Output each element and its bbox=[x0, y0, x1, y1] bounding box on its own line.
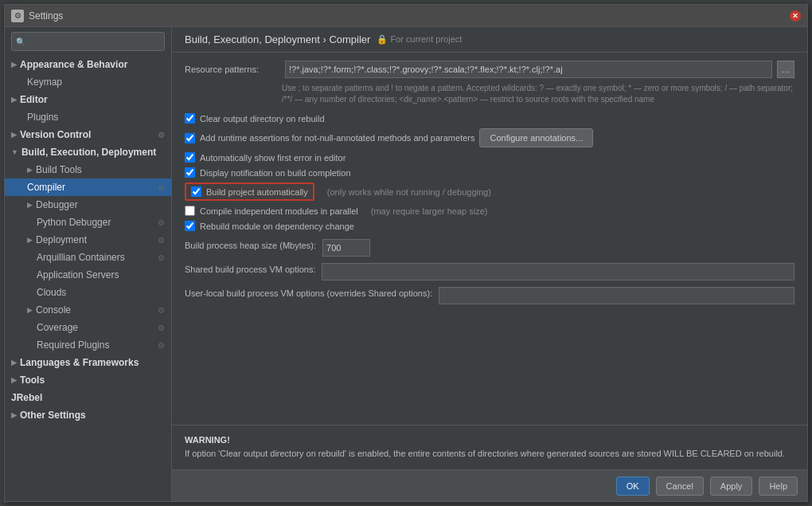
heap-size-row: Build process heap size (Mbytes): bbox=[185, 239, 794, 257]
sidebar-item-app-servers[interactable]: Application Servers bbox=[5, 266, 171, 284]
resource-patterns-hint: Use ; to separate patterns and ! to nega… bbox=[185, 83, 794, 105]
panel-header: Build, Execution, Deployment › Compiler … bbox=[172, 27, 807, 53]
chevron-right-icon: ▶ bbox=[27, 201, 33, 209]
auto-show-error-label: Automatically show first error in editor bbox=[200, 153, 345, 163]
sidebar-item-debugger[interactable]: ▶ Debugger bbox=[5, 196, 171, 214]
sidebar-item-clouds[interactable]: Clouds bbox=[5, 284, 171, 301]
auto-show-error-checkbox[interactable] bbox=[185, 152, 195, 163]
sidebar-item-keymap[interactable]: Keymap bbox=[5, 73, 171, 91]
warning-text: WARNING! If option 'Clear output directo… bbox=[185, 433, 794, 461]
display-notification-label: Display notification on build completion bbox=[200, 168, 351, 178]
sidebar-item-required-plugins[interactable]: Required Plugins ⚙ bbox=[5, 336, 171, 354]
sidebar-item-jrebel[interactable]: JRebel bbox=[5, 389, 171, 406]
build-auto-highlighted: Build project automatically bbox=[185, 182, 314, 201]
sidebar-item-plugins[interactable]: Plugins bbox=[5, 108, 171, 126]
chevron-right-icon: ▶ bbox=[11, 131, 17, 139]
resource-patterns-button[interactable]: … bbox=[777, 61, 794, 78]
main-content: 🔍 ▶ Appearance & Behavior Keymap ▶ Edito… bbox=[5, 27, 807, 501]
rebuild-module-label: Rebuild module on dependency change bbox=[200, 222, 354, 231]
sidebar-item-deployment[interactable]: ▶ Deployment ⚙ bbox=[5, 231, 171, 249]
sidebar-item-build-tools[interactable]: ▶ Build Tools bbox=[5, 161, 171, 178]
warning-title: WARNING! bbox=[185, 435, 230, 445]
gear-icon: ⚙ bbox=[158, 324, 165, 332]
user-local-vm-row: User-local build process VM options (ove… bbox=[185, 287, 794, 304]
build-auto-label: Build project automatically bbox=[206, 187, 308, 197]
chevron-right-icon: ▶ bbox=[27, 166, 33, 174]
chevron-right-icon: ▶ bbox=[11, 411, 17, 419]
clear-output-label: Clear output directory on rebuild bbox=[200, 114, 325, 124]
panel-body: Resource patterns: … Use ; to separate p… bbox=[172, 53, 807, 425]
configure-annotations-button[interactable]: Configure annotations... bbox=[479, 128, 593, 147]
sidebar-item-arquillian[interactable]: Arquillian Containers ⚙ bbox=[5, 249, 171, 266]
settings-window-icon: ⚙ bbox=[11, 10, 24, 22]
shared-vm-label: Shared build process VM options: bbox=[185, 263, 315, 274]
build-auto-row: Build project automatically (only works … bbox=[185, 182, 794, 201]
left-panel: 🔍 ▶ Appearance & Behavior Keymap ▶ Edito… bbox=[5, 27, 172, 501]
chevron-right-icon: ▶ bbox=[27, 306, 33, 314]
clear-output-checkbox[interactable] bbox=[185, 113, 195, 124]
rebuild-module-row: Rebuild module on dependency change bbox=[185, 221, 794, 231]
close-button[interactable]: ✕ bbox=[790, 10, 801, 22]
sidebar-item-appearance[interactable]: ▶ Appearance & Behavior bbox=[5, 56, 171, 73]
build-auto-note: (only works while not running / debuggin… bbox=[327, 187, 491, 197]
heap-size-label: Build process heap size (Mbytes): bbox=[185, 239, 316, 250]
breadcrumb: Build, Execution, Deployment › Compiler bbox=[185, 33, 370, 45]
shared-vm-row: Shared build process VM options: bbox=[185, 263, 794, 280]
sidebar-item-python-debugger[interactable]: Python Debugger ⚙ bbox=[5, 214, 171, 231]
resource-patterns-label: Resource patterns: bbox=[185, 65, 280, 74]
gear-icon: ⚙ bbox=[158, 253, 165, 262]
chevron-right-icon: ▶ bbox=[11, 96, 17, 104]
add-runtime-label: Add runtime assertions for not-null-anno… bbox=[200, 133, 474, 143]
sidebar-item-languages[interactable]: ▶ Languages & Frameworks bbox=[5, 354, 171, 371]
auto-show-error-row: Automatically show first error in editor bbox=[185, 152, 794, 163]
sidebar-item-editor[interactable]: ▶ Editor bbox=[5, 91, 171, 108]
cancel-button[interactable]: Cancel bbox=[656, 477, 704, 496]
chevron-right-icon: ▶ bbox=[11, 61, 17, 69]
gear-icon: ⚙ bbox=[158, 341, 165, 350]
sidebar-item-compiler[interactable]: Compiler ⚙ bbox=[5, 178, 171, 196]
search-input[interactable] bbox=[11, 32, 165, 51]
sidebar-item-version-control[interactable]: ▶ Version Control ⚙ bbox=[5, 126, 171, 143]
user-local-vm-input[interactable] bbox=[439, 287, 794, 304]
help-button[interactable]: Help bbox=[759, 477, 798, 496]
dialog-footer: OK Cancel Apply Help bbox=[172, 469, 807, 501]
gear-icon: ⚙ bbox=[158, 218, 165, 227]
gear-icon: ⚙ bbox=[158, 306, 165, 315]
clear-output-row: Clear output directory on rebuild bbox=[185, 113, 794, 124]
apply-button[interactable]: Apply bbox=[710, 477, 753, 496]
search-icon: 🔍 bbox=[16, 37, 25, 46]
title-bar-left: ⚙ Settings bbox=[11, 10, 63, 22]
sidebar-item-tools[interactable]: ▶ Tools bbox=[5, 371, 171, 389]
resource-patterns-input[interactable] bbox=[285, 61, 772, 78]
sidebar-item-build-execution[interactable]: ▼ Build, Execution, Deployment bbox=[5, 143, 171, 161]
title-bar-title: Settings bbox=[29, 10, 63, 22]
chevron-right-icon: ▶ bbox=[11, 376, 17, 384]
user-local-vm-label: User-local build process VM options (ove… bbox=[185, 287, 432, 298]
compile-parallel-note: (may require larger heap size) bbox=[371, 206, 488, 216]
heap-size-input[interactable] bbox=[322, 239, 370, 257]
settings-window: ⚙ Settings ✕ 🔍 ▶ Appearance & Behavior K… bbox=[4, 4, 808, 502]
shared-vm-input[interactable] bbox=[322, 263, 794, 280]
warning-body: If option 'Clear output directory on reb… bbox=[185, 449, 785, 458]
sidebar-item-other-settings[interactable]: ▶ Other Settings bbox=[5, 406, 171, 424]
title-bar: ⚙ Settings ✕ bbox=[5, 5, 807, 27]
build-auto-checkbox[interactable] bbox=[191, 186, 201, 197]
gear-icon: ⚙ bbox=[158, 131, 165, 139]
compile-parallel-row: Compile independent modules in parallel … bbox=[185, 206, 794, 216]
add-runtime-row: Add runtime assertions for not-null-anno… bbox=[185, 128, 794, 147]
compile-parallel-checkbox[interactable] bbox=[185, 206, 195, 216]
display-notification-checkbox[interactable] bbox=[185, 167, 195, 178]
sidebar-item-console[interactable]: ▶ Console ⚙ bbox=[5, 301, 171, 319]
chevron-right-icon: ▶ bbox=[27, 236, 33, 244]
right-panel: Build, Execution, Deployment › Compiler … bbox=[172, 27, 807, 501]
sidebar-item-coverage[interactable]: Coverage ⚙ bbox=[5, 319, 171, 336]
ok-button[interactable]: OK bbox=[616, 477, 650, 496]
project-scope-label: 🔒 For current project bbox=[377, 34, 462, 45]
compile-parallel-label: Compile independent modules in parallel bbox=[200, 206, 358, 216]
add-runtime-checkbox[interactable] bbox=[185, 133, 195, 143]
warning-area: WARNING! If option 'Clear output directo… bbox=[172, 425, 807, 469]
rebuild-module-checkbox[interactable] bbox=[185, 221, 195, 231]
chevron-down-icon: ▼ bbox=[11, 148, 18, 156]
gear-icon: ⚙ bbox=[158, 236, 165, 245]
display-notification-row: Display notification on build completion bbox=[185, 167, 794, 178]
